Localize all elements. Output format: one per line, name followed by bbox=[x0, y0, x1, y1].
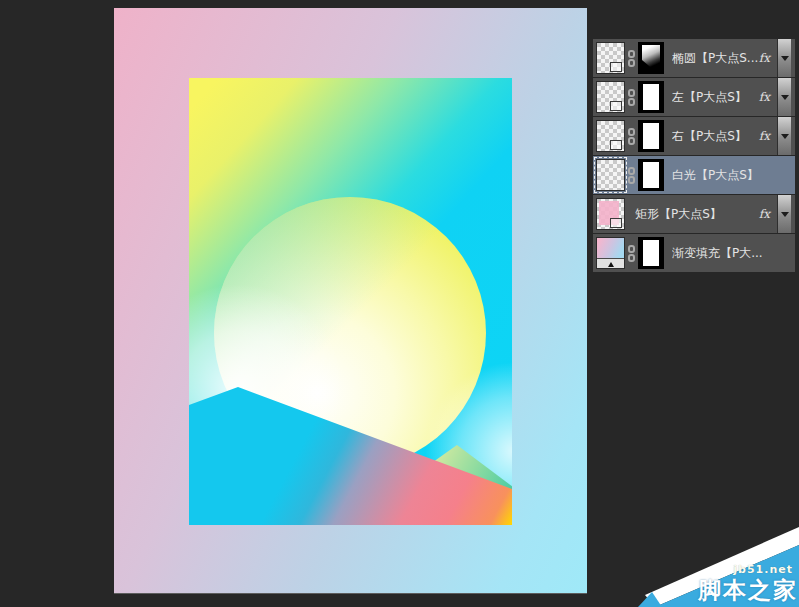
layer-mask-thumbnail[interactable] bbox=[638, 237, 664, 269]
chevron-down-icon bbox=[781, 134, 789, 139]
layer-label[interactable]: 渐变填充【P大... bbox=[672, 246, 791, 260]
effects-expand-button[interactable] bbox=[777, 195, 791, 233]
link-icon[interactable] bbox=[628, 89, 635, 106]
effects-expand-button[interactable] bbox=[777, 117, 791, 155]
chevron-down-icon bbox=[781, 95, 789, 100]
layer-row-rectangle[interactable]: 矩形【P大点S】 fx bbox=[593, 195, 795, 233]
gradient-fill-thumbnail[interactable] bbox=[596, 237, 625, 269]
gradient-slider-bar bbox=[597, 258, 624, 268]
layers-panel: 椭圆【P大点S... fx 左【P大点S】 fx 右【P bbox=[593, 39, 795, 273]
layer-label[interactable]: 左【P大点S】 bbox=[672, 90, 759, 104]
chevron-down-icon bbox=[781, 212, 789, 217]
fx-icon[interactable]: fx bbox=[759, 207, 770, 221]
layer-label[interactable]: 椭圆【P大点S... bbox=[672, 51, 759, 65]
layer-row-gradient-fill[interactable]: 渐变填充【P大... bbox=[593, 234, 795, 272]
fx-icon[interactable]: fx bbox=[759, 51, 770, 65]
layer-mask-thumbnail[interactable] bbox=[638, 120, 664, 152]
vector-mask-badge-icon bbox=[610, 140, 622, 150]
effects-expand-button[interactable] bbox=[777, 78, 791, 116]
effects-expand-button[interactable] bbox=[777, 39, 791, 77]
fx-icon[interactable]: fx bbox=[759, 129, 770, 143]
white-mask-art bbox=[643, 240, 659, 266]
layer-thumbnail[interactable] bbox=[596, 81, 625, 113]
layer-row-white-light[interactable]: 白光【P大点S】 bbox=[593, 156, 795, 194]
link-icon[interactable] bbox=[628, 128, 635, 145]
white-mask-art bbox=[643, 162, 659, 188]
layer-label[interactable]: 矩形【P大点S】 bbox=[635, 207, 759, 221]
watermark-brand-name: 脚本之家 bbox=[698, 575, 798, 606]
white-mask-art bbox=[643, 84, 659, 110]
layer-label[interactable]: 白光【P大点S】 bbox=[672, 168, 791, 182]
document-artboard bbox=[114, 8, 587, 593]
watermark: jb51.net 脚本之家 bbox=[628, 520, 799, 607]
poster-artwork bbox=[189, 78, 512, 525]
layer-thumbnail[interactable] bbox=[596, 159, 625, 191]
photoshop-workspace: { "layers_panel": { "rows": [ { "label":… bbox=[0, 0, 799, 607]
gradient-stop-icon bbox=[608, 262, 614, 267]
gradient-art bbox=[597, 238, 624, 258]
layer-thumbnail[interactable] bbox=[596, 42, 625, 74]
layer-mask-thumbnail[interactable] bbox=[638, 159, 664, 191]
layer-row-left[interactable]: 左【P大点S】 fx bbox=[593, 78, 795, 116]
fx-icon[interactable]: fx bbox=[759, 90, 770, 104]
vector-mask-badge-icon bbox=[610, 101, 622, 111]
layer-mask-thumbnail[interactable] bbox=[638, 42, 664, 74]
chevron-down-icon bbox=[781, 56, 789, 61]
layer-thumbnail[interactable] bbox=[596, 120, 625, 152]
layer-row-ellipse[interactable]: 椭圆【P大点S... fx bbox=[593, 39, 795, 77]
layer-row-right[interactable]: 右【P大点S】 fx bbox=[593, 117, 795, 155]
layer-thumbnail[interactable] bbox=[596, 198, 625, 230]
link-icon[interactable] bbox=[628, 245, 635, 262]
layer-mask-thumbnail[interactable] bbox=[638, 81, 664, 113]
link-icon[interactable] bbox=[628, 167, 635, 184]
white-mask-art bbox=[643, 123, 659, 149]
vector-mask-badge-icon bbox=[610, 218, 622, 228]
layer-label[interactable]: 右【P大点S】 bbox=[672, 129, 759, 143]
gradient-mask-art bbox=[642, 45, 660, 71]
link-icon[interactable] bbox=[628, 50, 635, 67]
vector-mask-badge-icon bbox=[610, 62, 622, 72]
